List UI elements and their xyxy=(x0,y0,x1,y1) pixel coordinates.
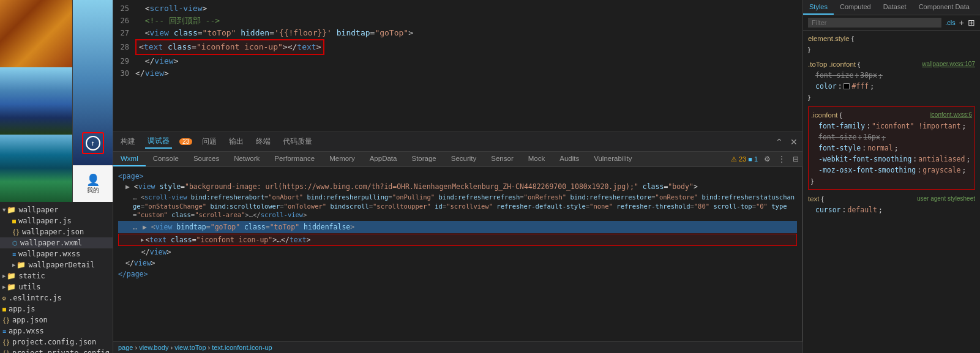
tree-item-wallpaperdetail[interactable]: ▶ 📁 wallpaperDetail xyxy=(0,259,113,270)
line-number: 29 xyxy=(113,55,135,67)
tree-item-utils[interactable]: ▶ 📁 utils xyxy=(0,281,113,292)
dom-tree[interactable]: <page> ▶ <view style="background-image: … xyxy=(113,167,802,341)
devtools-toolbar: 构建 调试器 23 问题 输出 终端 代码质量 ⌃ ✕ xyxy=(113,132,802,152)
code-editor: 25 <scroll-view> 26 <!-- 回到顶部 --> 27 ▼ <… xyxy=(113,0,802,132)
devtools-tab-memory[interactable]: Memory xyxy=(322,152,362,166)
devtools-tab-sensor[interactable]: Sensor xyxy=(484,152,520,166)
toolbar-output[interactable]: 输出 xyxy=(226,135,246,148)
toolbar-issues[interactable]: 问题 xyxy=(200,135,219,148)
style-prop-font-size-strikethrough: font-size:30px; xyxy=(808,70,975,81)
devtools-tab-wxml[interactable]: Wxml xyxy=(113,152,146,166)
tree-item-project-private[interactable]: {} project.private.config.js... xyxy=(0,347,113,353)
toolbar-terminal[interactable]: 终端 xyxy=(253,135,273,148)
breadcrumb-text-iconfont[interactable]: text.iconfont.icon-up xyxy=(212,344,272,351)
filter-input[interactable] xyxy=(808,18,941,28)
styles-filter-bar: .cls + ⊞ xyxy=(803,15,980,31)
style-block-totop-iconfont: .toTop .iconfont { wallpaper.wxss:107 fo… xyxy=(808,59,975,103)
line-number: 28 xyxy=(113,41,135,53)
more-options-icon[interactable]: ⋮ xyxy=(774,152,789,166)
devtools-tab-appdata[interactable]: AppData xyxy=(362,152,405,166)
style-prop-color: color: #fff; xyxy=(808,81,975,92)
new-rule-icon[interactable]: ⊞ xyxy=(968,18,975,28)
toolbar-code-quality[interactable]: 代码质量 xyxy=(280,135,315,148)
devtools-tab-audits[interactable]: Audits xyxy=(552,152,586,166)
close-icon[interactable]: ✕ xyxy=(790,137,798,147)
breadcrumb-view-totop[interactable]: view.toTop xyxy=(174,344,206,351)
devtools-tab-security[interactable]: Security xyxy=(444,152,484,166)
dom-line-scroll-view[interactable]: … <scroll-view bind:refresherabort="onAb… xyxy=(118,193,797,220)
minimize-icon[interactable]: ⌃ xyxy=(776,137,783,147)
settings-icon[interactable]: ⚙ xyxy=(760,152,774,166)
toolbar-debugger[interactable]: 调试器 xyxy=(145,135,172,149)
tree-item-wallpaper-wxml[interactable]: ⬡ wallpaper.wxml xyxy=(0,237,113,248)
tree-item-eslintrc[interactable]: ⚙ .eslintrc.js xyxy=(0,292,113,303)
breadcrumb-sep-2: › xyxy=(170,344,173,351)
devtools-tabs: Wxml Console Sources Network Performance… xyxy=(113,152,802,167)
line-number: 30 xyxy=(113,67,135,80)
tree-item-wallpaper-wxss[interactable]: ≡ wallpaper.wxss xyxy=(0,248,113,259)
tree-item-wallpaper-js[interactable]: ■ wallpaper.js xyxy=(0,215,113,226)
style-prop-font-size-16: font-size:16px; xyxy=(811,132,972,143)
cls-button[interactable]: .cls xyxy=(945,19,956,26)
styles-panel-tabs: Styles Computed Dataset Component Data xyxy=(803,0,980,15)
toolbar-build[interactable]: 构建 xyxy=(118,135,138,148)
devtools-tab-console[interactable]: Console xyxy=(146,152,186,166)
style-source-wallpaper-wxss[interactable]: wallpaper.wxss:107 xyxy=(922,59,975,70)
tree-item-wallpaper[interactable]: ▼ 📁 wallpaper xyxy=(0,204,113,215)
breadcrumb-view-body[interactable]: view.body xyxy=(139,344,168,351)
devtools-tab-network[interactable]: Network xyxy=(226,152,267,166)
tab-computed[interactable]: Computed xyxy=(834,0,877,15)
styles-content: element.style { } .toTop .iconfont { wal… xyxy=(803,31,980,353)
styles-panel: Styles Computed Dataset Component Data .… xyxy=(802,0,980,353)
dom-line-view-end[interactable]: </view> xyxy=(118,258,797,269)
code-line-26: 26 <!-- 回到顶部 --> xyxy=(113,15,802,27)
style-prop-font-family: font-family:"iconfont" !important; xyxy=(811,121,972,132)
file-tree: ▼ 📁 wallpaper ■ wallpaper.js {} wallpape… xyxy=(0,202,113,353)
code-line-28: 28 <text class="iconfont icon-up"></text… xyxy=(113,39,802,55)
code-line-29: 29 </view> xyxy=(113,55,802,67)
tree-item-app-json[interactable]: {} app.json xyxy=(0,314,113,325)
style-block-iconfont: .iconfont { iconfont.wxss:6 font-family:… xyxy=(808,106,975,190)
preview-image-3 xyxy=(0,135,72,202)
toolbar-badge: 23 xyxy=(179,138,192,145)
tab-dataset[interactable]: Dataset xyxy=(877,0,913,15)
dom-line-page[interactable]: <page> xyxy=(118,171,797,182)
devtools-tab-mock[interactable]: Mock xyxy=(521,152,552,166)
breadcrumb-page[interactable]: page xyxy=(118,344,133,351)
dom-line-view-totop[interactable]: … ▶ <view bindtap="goTop" class="toTop" … xyxy=(118,221,797,233)
devtools-tab-performance[interactable]: Performance xyxy=(267,152,322,166)
style-prop-cursor: cursor:default; xyxy=(808,204,975,215)
devtools-tab-storage[interactable]: Storage xyxy=(404,152,443,166)
style-prop-font-style: font-style:normal; xyxy=(811,143,972,154)
style-block-text-agent: text { user agent stylesheet cursor:defa… xyxy=(808,193,975,215)
tab-styles[interactable]: Styles xyxy=(803,0,834,15)
highlighted-code-text: <text class="iconfont icon-up"></text> xyxy=(135,39,324,55)
breadcrumb-bar: page › view.body › view.toTop › text.ico… xyxy=(113,341,802,353)
tree-item-app-wxss[interactable]: ≡ app.wxss xyxy=(0,325,113,336)
phone-preview: ↑ xyxy=(73,0,113,165)
warning-badge: ⚠ 23 ■ 1 xyxy=(728,152,760,166)
devtools-panel: 构建 调试器 23 问题 输出 终端 代码质量 ⌃ ✕ Wxml Console… xyxy=(113,132,802,353)
devtools-tab-sources[interactable]: Sources xyxy=(186,152,226,166)
devtools-tab-vulnerability[interactable]: Vulnerability xyxy=(586,152,639,166)
dom-line-view-body[interactable]: ▶ <view style="background-image: url(htt… xyxy=(118,182,797,191)
warning-icon: ⚠ xyxy=(731,155,737,163)
add-style-icon[interactable]: + xyxy=(959,18,964,28)
dock-icon[interactable]: ⊟ xyxy=(789,152,802,166)
tab-component-data[interactable]: Component Data xyxy=(913,0,976,15)
user-icon: 👤 xyxy=(86,173,100,186)
tree-item-project-config[interactable]: {} project.config.json xyxy=(0,336,113,347)
tree-item-wallpaper-json[interactable]: {} wallpaper.json xyxy=(0,226,113,237)
line-number: 25 xyxy=(113,2,135,15)
dom-line-page-close[interactable]: </page> xyxy=(118,269,797,280)
preview-image-1 xyxy=(0,0,72,67)
tree-item-app-js[interactable]: ■ app.js xyxy=(0,303,113,314)
tree-item-static[interactable]: ▶ 📁 static xyxy=(0,270,113,281)
avatar-section: 👤 我的 xyxy=(73,165,113,202)
style-source-iconfont-wxss[interactable]: iconfont.wxss:6 xyxy=(930,110,972,121)
breadcrumb-sep-3: › xyxy=(208,344,211,351)
style-prop-moz-font-smoothing: -moz-osx-font-smoothing:grayscale; xyxy=(811,165,972,176)
code-line-30: 30 </view> xyxy=(113,67,802,80)
dom-line-text-iconfont[interactable]: ▶ <text class="iconfont icon-up">…</text… xyxy=(118,234,797,246)
dom-line-view-close[interactable]: </view> xyxy=(118,247,797,258)
